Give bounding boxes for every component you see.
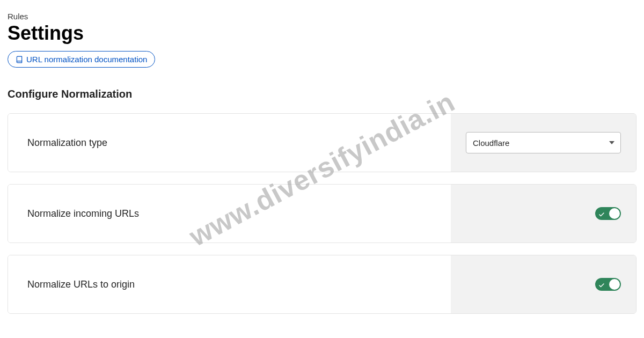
setting-control-cell: Cloudflare	[451, 114, 636, 172]
normalization-type-select[interactable]: Cloudflare	[466, 132, 621, 153]
normalization-type-select-wrap: Cloudflare	[466, 132, 621, 153]
url-normalization-doc-link[interactable]: URL normalization documentation	[8, 51, 155, 68]
book-icon	[16, 56, 23, 63]
setting-label-cell: Normalize URLs to origin	[8, 255, 451, 313]
normalization-type-label: Normalization type	[27, 137, 107, 149]
setting-control-cell	[451, 255, 636, 313]
normalize-incoming-label: Normalize incoming URLs	[27, 208, 139, 219]
setting-row-normalization-type: Normalization type Cloudflare	[8, 113, 636, 172]
setting-control-cell	[451, 185, 636, 243]
section-heading: Configure Normalization	[8, 88, 636, 100]
breadcrumb: Rules	[8, 12, 636, 21]
setting-label-cell: Normalize incoming URLs	[8, 185, 451, 243]
normalize-origin-label: Normalize URLs to origin	[27, 279, 135, 290]
normalize-incoming-toggle[interactable]	[595, 207, 621, 220]
normalize-origin-toggle[interactable]	[595, 278, 621, 291]
setting-row-normalize-origin: Normalize URLs to origin	[8, 255, 636, 314]
setting-label-cell: Normalization type	[8, 114, 451, 172]
doc-link-label: URL normalization documentation	[26, 55, 147, 64]
check-icon	[598, 210, 605, 217]
page-title: Settings	[8, 22, 636, 45]
setting-row-normalize-incoming: Normalize incoming URLs	[8, 184, 636, 243]
toggle-knob	[609, 208, 620, 219]
toggle-knob	[609, 279, 620, 290]
check-icon	[598, 281, 605, 288]
